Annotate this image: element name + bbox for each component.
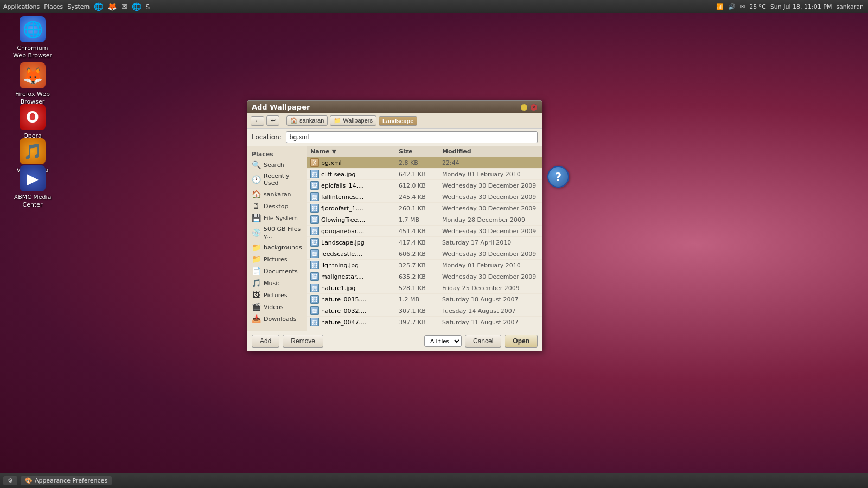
col-header-size[interactable]: Size bbox=[395, 146, 439, 157]
table-row[interactable]: 🖼leedscastle....606.2 KBWednesday 30 Dec… bbox=[307, 248, 542, 260]
table-row[interactable]: 🖼lightning.jpg325.7 KBMonday 01 February… bbox=[307, 260, 542, 271]
gallery-icon: 🖼 bbox=[252, 291, 260, 299]
taskbar-applications[interactable]: Applications bbox=[3, 3, 40, 10]
places-item-sankaran[interactable]: 🏠 sankaran bbox=[247, 188, 307, 200]
location-input[interactable]: bg.xml bbox=[286, 131, 538, 143]
music-icon: 🎵 bbox=[252, 279, 260, 287]
add-button[interactable]: Add bbox=[252, 335, 279, 348]
places-item-search[interactable]: 🔍 Search bbox=[247, 159, 307, 171]
places-item-documents[interactable]: 📄 Documents bbox=[247, 265, 307, 277]
places-item-recently-used[interactable]: 🕐 Recently Used bbox=[247, 171, 307, 188]
cancel-button[interactable]: Cancel bbox=[465, 335, 501, 348]
file-name-cell: 🖼leedscastle.... bbox=[307, 249, 395, 259]
file-modified-cell: Tuesday 14 August 2007 bbox=[439, 307, 542, 315]
help-button[interactable]: ? bbox=[547, 166, 569, 188]
image-file-icon: 🖼 bbox=[310, 249, 319, 258]
file-size-cell: 612.0 KB bbox=[395, 182, 439, 190]
places-item-downloads[interactable]: 📥 Downloads bbox=[247, 313, 307, 325]
table-row[interactable]: 🖼Landscape.jpg417.4 KBSaturday 17 April … bbox=[307, 237, 542, 248]
places-item-pictures2[interactable]: 🖼 Pictures bbox=[247, 289, 307, 301]
taskbar-system[interactable]: System bbox=[67, 3, 90, 10]
taskbar-appearance[interactable]: 🎨 Appearance Preferences bbox=[21, 476, 112, 485]
taskbar-thunderbird-icon[interactable]: ✉ bbox=[121, 2, 127, 11]
desktop-icon-firefox[interactable]: 🦊 Firefox Web Browser bbox=[11, 62, 54, 106]
desktop-icon-opera[interactable]: O Opera bbox=[11, 104, 54, 140]
file-name-cell: 🖼gouganebar.... bbox=[307, 226, 395, 236]
table-row[interactable]: 🖼cliff-sea.jpg642.1 KBMonday 01 February… bbox=[307, 169, 542, 180]
file-modified-cell: Wednesday 30 December 2009 bbox=[439, 250, 542, 258]
places-item-pictures[interactable]: 📁 Pictures bbox=[247, 253, 307, 265]
file-name-cell: 🖼nature1.jpg bbox=[307, 283, 395, 293]
table-row[interactable]: 🖼gouganebar....451.4 KBWednesday 30 Dece… bbox=[307, 226, 542, 237]
taskbar-network-icon[interactable]: 🌐 bbox=[132, 2, 141, 11]
minimize-button[interactable]: _ bbox=[520, 104, 528, 111]
table-row[interactable]: 🖼GlowingTree....1.7 MBMonday 28 December… bbox=[307, 214, 542, 226]
places-backgrounds-label: backgrounds bbox=[264, 244, 302, 251]
places-pictures-label: Pictures bbox=[264, 256, 288, 263]
location-bar: Location: bg.xml bbox=[247, 129, 542, 146]
places-item-filesystem[interactable]: 💾 File System bbox=[247, 212, 307, 224]
table-row[interactable]: 🖼red_autumn....1.6 MBTuesday 09 February… bbox=[307, 328, 542, 329]
taskbar-applet[interactable]: ⚙ bbox=[3, 476, 17, 485]
image-file-icon: 🖼 bbox=[310, 204, 319, 213]
taskbar-browser-icon[interactable]: 🌐 bbox=[94, 2, 103, 11]
table-row[interactable]: 🖼fjordofart_1....260.1 KBWednesday 30 De… bbox=[307, 203, 542, 214]
taskbar-firefox-icon[interactable]: 🦊 bbox=[107, 2, 117, 11]
places-item-desktop[interactable]: 🖥 Desktop bbox=[247, 200, 307, 212]
table-row[interactable]: 🖼epicfalls_14....612.0 KBWednesday 30 De… bbox=[307, 180, 542, 191]
file-filter-select[interactable]: All files bbox=[424, 335, 462, 347]
file-size-cell: 325.7 KB bbox=[395, 261, 439, 269]
xml-file-icon: X bbox=[310, 158, 319, 167]
file-size-cell: 260.1 KB bbox=[395, 204, 439, 213]
remove-button[interactable]: Remove bbox=[283, 335, 323, 348]
places-item-music[interactable]: 🎵 Music bbox=[247, 277, 307, 289]
taskbar-terminal-icon[interactable]: $_ bbox=[145, 2, 155, 11]
table-row[interactable]: 🖼nature_0047....397.7 KBSaturday 11 Augu… bbox=[307, 317, 542, 328]
image-file-icon: 🖼 bbox=[310, 284, 319, 292]
dialog-toolbar: ← ↩ 🏠 sankaran 📁 Wallpapers Landscape bbox=[247, 113, 542, 129]
places-item-500gb[interactable]: 💿 500 GB Files y... bbox=[247, 224, 307, 241]
desktop-icon-chromium[interactable]: 🌐 Chromium Web Browser bbox=[11, 16, 54, 60]
file-name-text: GlowingTree.... bbox=[321, 216, 365, 223]
table-row[interactable]: 🖼fallintennes....245.4 KBWednesday 30 De… bbox=[307, 191, 542, 203]
places-item-videos[interactable]: 🎬 Videos bbox=[247, 301, 307, 313]
file-name-cell: 🖼epicfalls_14.... bbox=[307, 181, 395, 190]
toolbar-separator bbox=[283, 116, 283, 126]
path-landscape[interactable]: Landscape bbox=[379, 116, 417, 126]
file-list-scroll[interactable]: Xbg.xml2.8 KB22:44🖼cliff-sea.jpg642.1 KB… bbox=[307, 157, 542, 329]
table-row[interactable]: 🖼nature_0015....1.2 MBSaturday 18 August… bbox=[307, 294, 542, 305]
table-row[interactable]: Xbg.xml2.8 KB22:44 bbox=[307, 157, 542, 169]
taskbar-bottom: ⚙ 🎨 Appearance Preferences bbox=[0, 473, 868, 488]
file-name-text: lightning.jpg bbox=[321, 262, 359, 269]
table-row[interactable]: 🖼malignestar....635.2 KBWednesday 30 Dec… bbox=[307, 271, 542, 282]
path-wallpapers[interactable]: 📁 Wallpapers bbox=[330, 115, 376, 126]
path-sankaran[interactable]: 🏠 sankaran bbox=[286, 115, 328, 126]
file-name-cell: 🖼nature_0032.... bbox=[307, 306, 395, 316]
taskbar-temperature: 25 °C bbox=[749, 3, 766, 10]
close-button[interactable]: ✕ bbox=[530, 104, 538, 111]
image-file-icon: 🖼 bbox=[310, 227, 319, 235]
taskbar-places[interactable]: Places bbox=[44, 3, 63, 10]
places-header: Places bbox=[247, 149, 307, 159]
desktop-icon-xbmc[interactable]: ▶ XBMC Media Center bbox=[11, 165, 54, 209]
file-modified-cell: Monday 28 December 2009 bbox=[439, 216, 542, 224]
back-button[interactable]: ← bbox=[251, 116, 264, 126]
places-music-label: Music bbox=[264, 280, 280, 287]
file-size-cell: 451.4 KB bbox=[395, 227, 439, 235]
places-item-backgrounds[interactable]: 📁 backgrounds bbox=[247, 241, 307, 253]
table-row[interactable]: 🖼nature_0032....307.1 KBTuesday 14 Augus… bbox=[307, 305, 542, 317]
open-button[interactable]: Open bbox=[505, 335, 538, 348]
file-modified-cell: Saturday 18 August 2007 bbox=[439, 296, 542, 304]
dialog-footer: Add Remove All files Cancel Open bbox=[247, 331, 542, 351]
file-name-text: nature1.jpg bbox=[321, 285, 356, 292]
places-search-label: Search bbox=[264, 162, 284, 169]
up-button[interactable]: ↩ bbox=[266, 115, 279, 126]
col-header-modified[interactable]: Modified bbox=[439, 146, 542, 157]
file-name-text: nature_0015.... bbox=[321, 296, 367, 303]
image-file-icon: 🖼 bbox=[310, 181, 319, 190]
appearance-label: Appearance Preferences bbox=[35, 477, 107, 484]
file-size-cell: 1.2 MB bbox=[395, 296, 439, 304]
file-name-text: cliff-sea.jpg bbox=[321, 171, 355, 178]
col-header-name[interactable]: Name ▼ bbox=[307, 146, 395, 157]
table-row[interactable]: 🖼nature1.jpg528.1 KBFriday 25 December 2… bbox=[307, 282, 542, 294]
